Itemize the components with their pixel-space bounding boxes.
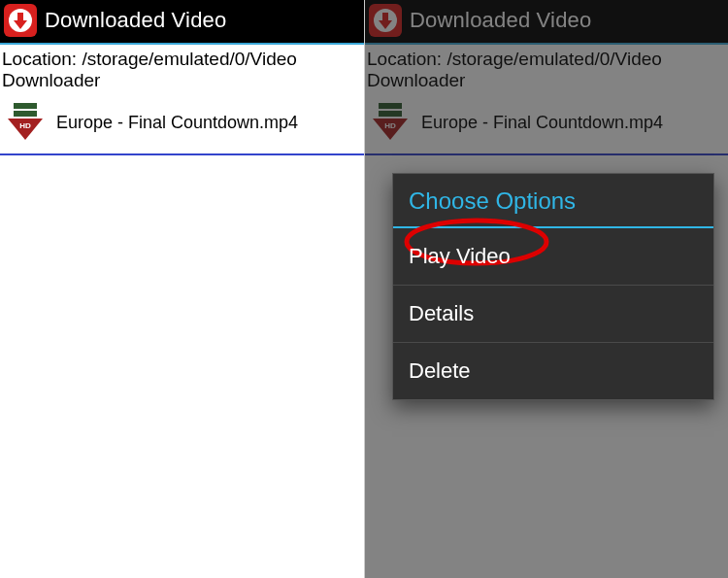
dialog-item-play-video[interactable]: Play Video xyxy=(393,228,713,286)
svg-rect-4 xyxy=(14,103,37,109)
hd-download-icon: HD xyxy=(4,101,47,144)
screen-left: Downloaded Video Location: /storage/emul… xyxy=(0,0,364,578)
svg-rect-5 xyxy=(14,111,37,117)
dialog-item-details[interactable]: Details xyxy=(393,286,713,343)
location-path: Location: /storage/emulated/0/Video Down… xyxy=(0,45,364,97)
screen-right: Downloaded Video Location: /storage/emul… xyxy=(364,0,728,578)
titlebar: Downloaded Video xyxy=(0,0,364,45)
page-title: Downloaded Video xyxy=(45,8,227,33)
file-name: Europe - Final Countdown.mp4 xyxy=(56,113,298,133)
dialog-item-delete[interactable]: Delete xyxy=(393,343,713,399)
svg-rect-2 xyxy=(17,13,23,20)
svg-text:HD: HD xyxy=(19,121,31,130)
app-icon xyxy=(4,4,37,37)
options-dialog: Choose Options Play Video Details Delete xyxy=(392,173,714,400)
dialog-title: Choose Options xyxy=(393,174,713,228)
file-row[interactable]: HD Europe - Final Countdown.mp4 xyxy=(0,97,364,155)
